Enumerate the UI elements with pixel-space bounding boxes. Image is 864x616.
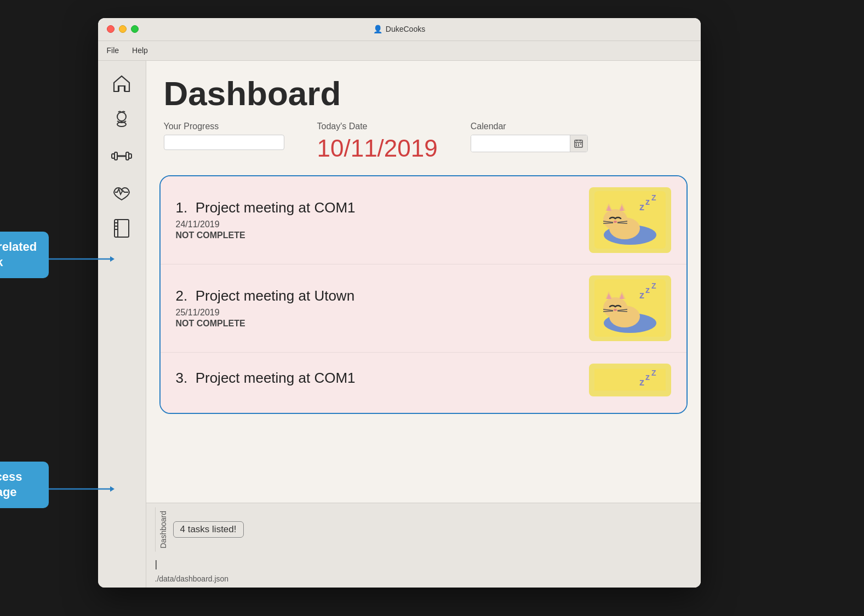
svg-text:z: z xyxy=(639,202,644,212)
svg-point-28 xyxy=(603,209,627,230)
info-row: Your Progress Today's Date 10/11/2019 Ca… xyxy=(164,122,683,162)
calendar-input-wrapper xyxy=(471,135,588,152)
svg-text:z: z xyxy=(645,285,650,295)
window-title: 👤 DukeCooks xyxy=(373,25,425,33)
svg-marker-1 xyxy=(110,256,115,262)
arrow-success-message xyxy=(49,483,115,494)
traffic-lights xyxy=(107,25,139,33)
command-cursor: | xyxy=(155,559,158,570)
svg-text:z: z xyxy=(645,372,650,382)
task-status-2: NOT COMPLETE xyxy=(176,319,578,329)
task-image-3: z z Z xyxy=(589,364,671,396)
task-title-1: 1. Project meeting at COM1 xyxy=(176,199,578,216)
minimize-button[interactable] xyxy=(119,25,127,33)
svg-text:z: z xyxy=(639,290,644,301)
svg-line-35 xyxy=(603,223,613,223)
calendar-label: Calendar xyxy=(471,122,588,131)
svg-rect-9 xyxy=(126,152,129,160)
bottom-bar: Dashboard 4 tasks listed! | ./data/dashb… xyxy=(146,503,701,588)
table-row: 3. Project meeting at COM1 z z Z xyxy=(161,353,686,413)
svg-rect-8 xyxy=(115,152,117,160)
task-title-3: 3. Project meeting at COM1 xyxy=(176,370,578,387)
calendar-input[interactable] xyxy=(471,135,570,152)
app-body: Dashboard Your Progress Today's Date 10/… xyxy=(98,61,701,588)
progress-block: Your Progress xyxy=(164,122,284,150)
task-status-1: NOT COMPLETE xyxy=(176,231,578,240)
sidebar-item-home[interactable] xyxy=(110,72,134,96)
calendar-block: Calendar xyxy=(471,122,588,152)
task-text-3: 3. Project meeting at COM1 xyxy=(176,370,578,390)
svg-rect-20 xyxy=(576,143,577,145)
svg-marker-3 xyxy=(110,486,115,492)
status-badge: 4 tasks listed! xyxy=(173,521,244,538)
task-image-2: z z Z xyxy=(589,275,671,341)
svg-line-37 xyxy=(617,223,627,223)
svg-rect-21 xyxy=(578,143,579,145)
sidebar-item-fitness[interactable] xyxy=(110,144,134,168)
arrow-listed-task xyxy=(49,254,115,264)
calendar-picker-button[interactable] xyxy=(570,135,587,152)
vertical-label: Dashboard xyxy=(155,508,168,552)
svg-rect-22 xyxy=(580,143,581,145)
table-row: 2. Project meeting at Utown 25/11/2019 N… xyxy=(161,264,686,353)
task-text-2: 2. Project meeting at Utown 25/11/2019 N… xyxy=(176,287,578,329)
svg-text:Z: Z xyxy=(651,281,656,290)
page-title: Dashboard xyxy=(164,74,683,113)
svg-rect-23 xyxy=(576,145,577,146)
date-label: Today's Date xyxy=(317,122,438,131)
menu-file[interactable]: File xyxy=(107,46,119,55)
sidebar-item-health[interactable] xyxy=(110,180,134,204)
table-row: 1. Project meeting at COM1 24/11/2019 NO… xyxy=(161,176,686,264)
menu-help[interactable]: Help xyxy=(132,46,148,55)
main-content: Dashboard Your Progress Today's Date 10/… xyxy=(146,61,701,588)
progress-bar xyxy=(164,135,284,150)
sleeping-cat-icon-3: z z Z xyxy=(594,364,666,396)
task-image-1: z z Z xyxy=(589,187,671,253)
title-bar: 👤 DukeCooks xyxy=(98,18,701,41)
svg-rect-11 xyxy=(115,220,129,237)
task-title-2: 2. Project meeting at Utown xyxy=(176,287,578,304)
task-text-1: 1. Project meeting at COM1 24/11/2019 NO… xyxy=(176,199,578,240)
tasks-container: 1. Project meeting at COM1 24/11/2019 NO… xyxy=(159,175,688,414)
filepath-row: ./data/dashboard.json xyxy=(155,572,692,588)
sidebar-item-diary[interactable] xyxy=(110,216,134,240)
task-list-area[interactable]: 1. Project meeting at COM1 24/11/2019 NO… xyxy=(146,171,701,503)
maximize-button[interactable] xyxy=(131,25,139,33)
svg-point-4 xyxy=(117,112,126,121)
svg-point-33 xyxy=(614,221,617,223)
sleeping-cat-icon: z z Z xyxy=(594,191,666,249)
status-message-row: Dashboard 4 tasks listed! xyxy=(155,503,692,556)
title-icon: 👤 xyxy=(373,25,382,33)
task-date-2: 25/11/2019 xyxy=(176,308,578,318)
dashboard-header: Dashboard Your Progress Today's Date 10/… xyxy=(146,61,701,171)
date-block: Today's Date 10/11/2019 xyxy=(317,122,438,162)
command-input-row[interactable]: | xyxy=(155,556,692,572)
sidebar-item-chef[interactable] xyxy=(110,108,134,132)
callout-success-message: 2. Success message xyxy=(0,462,49,508)
app-window: 👤 DukeCooks File Help xyxy=(98,18,701,588)
menu-bar: File Help xyxy=(98,41,701,61)
svg-text:Z: Z xyxy=(651,193,656,202)
sleeping-cat-icon-2: z z Z xyxy=(594,279,666,337)
svg-point-49 xyxy=(614,309,617,311)
svg-text:z: z xyxy=(639,377,644,388)
svg-line-53 xyxy=(617,311,627,312)
callout-listed-task: 3. Listed related task xyxy=(0,232,49,278)
progress-label: Your Progress xyxy=(164,122,284,131)
task-date-1: 24/11/2019 xyxy=(176,220,578,229)
sidebar xyxy=(98,61,146,588)
svg-text:Z: Z xyxy=(651,369,656,377)
svg-rect-24 xyxy=(578,145,579,146)
date-value: 10/11/2019 xyxy=(317,135,438,162)
svg-text:z: z xyxy=(645,197,650,206)
close-button[interactable] xyxy=(107,25,115,33)
svg-point-44 xyxy=(603,297,627,318)
svg-line-51 xyxy=(603,311,613,312)
calendar-icon xyxy=(574,139,583,148)
